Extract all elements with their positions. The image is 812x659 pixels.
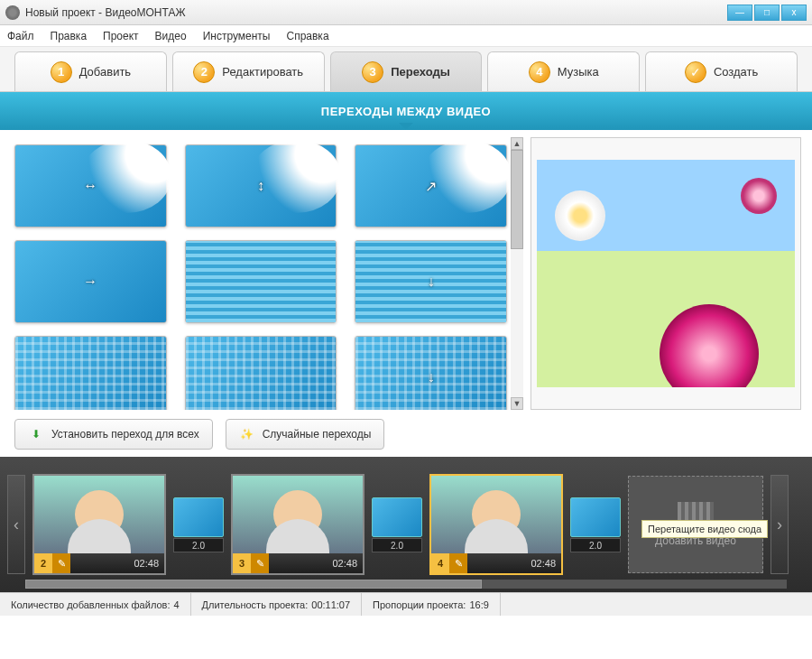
menubar: Файл Правка Проект Видео Инструменты Спр… bbox=[0, 25, 812, 47]
step-3-label: Переходы bbox=[391, 65, 450, 79]
clip-number: 4 bbox=[431, 553, 449, 573]
clip-duration: 02:48 bbox=[269, 558, 363, 569]
menu-help[interactable]: Справка bbox=[286, 30, 328, 42]
statusbar: Количество добавленных файлов: 4 Длитель… bbox=[0, 592, 812, 616]
timeline-prev-button[interactable]: ‹ bbox=[7, 475, 25, 574]
project-duration-label: Длительность проекта: bbox=[202, 599, 309, 610]
transition-item[interactable]: ↗ bbox=[355, 144, 507, 227]
flower-decor bbox=[555, 190, 605, 241]
arrow-icon: ↗ bbox=[425, 178, 437, 195]
wand-icon: ✨ bbox=[239, 426, 255, 442]
titlebar[interactable]: Новый проект - ВидеоМОНТАЖ — □ x bbox=[0, 0, 812, 25]
transition-item[interactable] bbox=[185, 240, 337, 323]
transition-thumb bbox=[173, 497, 224, 537]
clip-duration: 02:48 bbox=[70, 558, 164, 569]
transition-slot[interactable]: 2.0 bbox=[372, 497, 422, 552]
step-1-badge: 1 bbox=[51, 61, 72, 83]
transition-item[interactable]: ↔ bbox=[14, 144, 167, 227]
transition-thumb bbox=[570, 497, 621, 537]
step-5-label: Создать bbox=[714, 65, 758, 79]
timeline: ‹ 2 ✎ 02:48 2.0 3 ✎ 02:48 2.0 4 ✎ 02:48 bbox=[0, 457, 812, 592]
scroll-thumb[interactable] bbox=[511, 150, 523, 249]
menu-file[interactable]: Файл bbox=[7, 30, 34, 42]
clip-thumbnail bbox=[233, 476, 363, 553]
clip-duration: 02:48 bbox=[467, 558, 561, 569]
transition-duration: 2.0 bbox=[173, 538, 224, 552]
transition-item[interactable]: ↓ bbox=[355, 336, 507, 410]
aspect-value: 16:9 bbox=[469, 599, 488, 610]
clip-number: 3 bbox=[233, 553, 251, 573]
step-2-badge: 2 bbox=[193, 61, 215, 83]
tab-add[interactable]: 1 Добавить bbox=[14, 51, 167, 91]
maximize-button[interactable]: □ bbox=[754, 5, 780, 21]
tab-edit[interactable]: 2 Редактировать bbox=[172, 51, 325, 91]
transition-duration: 2.0 bbox=[570, 538, 621, 552]
random-label: Случайные переходы bbox=[263, 428, 372, 441]
step-4-badge: 4 bbox=[529, 61, 550, 83]
add-video-dropzone[interactable]: Добавить видео Перетащите видео сюда bbox=[628, 476, 763, 573]
tab-music[interactable]: 4 Музыка bbox=[487, 51, 640, 91]
timeline-clip[interactable]: 2 ✎ 02:48 bbox=[32, 474, 166, 575]
transition-item[interactable] bbox=[185, 336, 337, 410]
download-arrow-icon: ⬇ bbox=[28, 426, 44, 442]
preview-panel bbox=[531, 137, 801, 410]
arrow-down-icon: ↓ bbox=[428, 369, 435, 385]
clip-number: 2 bbox=[34, 553, 52, 573]
window-title: Новый проект - ВидеоМОНТАЖ bbox=[25, 6, 186, 19]
project-duration-value: 00:11:07 bbox=[311, 599, 350, 610]
timeline-scrollbar[interactable] bbox=[25, 580, 787, 589]
tab-create[interactable]: ✓ Создать bbox=[645, 51, 798, 91]
step-4-label: Музыка bbox=[558, 65, 599, 79]
transition-slot[interactable]: 2.0 bbox=[173, 497, 224, 552]
aspect-label: Пропорции проекта: bbox=[373, 599, 466, 610]
menu-edit[interactable]: Правка bbox=[51, 30, 88, 42]
arrow-icon: → bbox=[83, 274, 97, 290]
files-count-value: 4 bbox=[173, 599, 179, 610]
menu-video[interactable]: Видео bbox=[155, 30, 187, 42]
transition-slot[interactable]: 2.0 bbox=[570, 497, 621, 552]
transition-item[interactable]: → bbox=[14, 240, 167, 323]
transitions-grid: ↔ ↕ ↗ → ↓ ↓ bbox=[11, 137, 511, 410]
transition-item[interactable]: ↕ bbox=[185, 144, 337, 227]
transitions-scrollbar[interactable]: ▲ ▼ bbox=[511, 137, 523, 410]
scroll-up-button[interactable]: ▲ bbox=[511, 137, 523, 150]
edit-clip-button[interactable]: ✎ bbox=[52, 553, 70, 573]
scroll-down-button[interactable]: ▼ bbox=[511, 397, 523, 410]
timeline-clip[interactable]: 4 ✎ 02:48 bbox=[429, 474, 563, 575]
menu-project[interactable]: Проект bbox=[103, 30, 139, 42]
arrow-icon: ↔ bbox=[83, 178, 97, 194]
section-banner: ПЕРЕХОДЫ МЕЖДУ ВИДЕО bbox=[0, 92, 812, 130]
app-icon bbox=[5, 5, 20, 20]
clip-thumbnail bbox=[34, 476, 164, 553]
step-2-label: Редактировать bbox=[222, 65, 303, 79]
steps-bar: 1 Добавить 2 Редактировать 3 Переходы 4 … bbox=[0, 47, 812, 92]
arrow-icon: ↕ bbox=[257, 178, 264, 194]
transition-thumb bbox=[372, 497, 422, 537]
preview-image bbox=[537, 160, 795, 387]
edit-clip-button[interactable]: ✎ bbox=[449, 553, 467, 573]
files-count-label: Количество добавленных файлов: bbox=[11, 599, 170, 610]
flower-decor bbox=[660, 304, 759, 387]
timeline-clip[interactable]: 3 ✎ 02:48 bbox=[231, 474, 364, 575]
clip-thumbnail bbox=[431, 476, 561, 553]
step-3-badge: 3 bbox=[362, 61, 383, 83]
step-1-label: Добавить bbox=[79, 65, 131, 79]
minimize-button[interactable]: — bbox=[727, 5, 752, 21]
flower-decor bbox=[741, 178, 777, 214]
close-button[interactable]: x bbox=[781, 5, 807, 21]
transition-item[interactable] bbox=[14, 336, 167, 410]
apply-all-button[interactable]: ⬇ Установить переход для всех bbox=[14, 419, 213, 450]
edit-clip-button[interactable]: ✎ bbox=[251, 553, 269, 573]
timeline-next-button[interactable]: › bbox=[770, 475, 789, 574]
transition-item[interactable]: ↓ bbox=[355, 240, 507, 323]
transition-duration: 2.0 bbox=[372, 538, 422, 552]
menu-tools[interactable]: Инструменты bbox=[203, 30, 271, 42]
dropzone-tooltip: Перетащите видео сюда bbox=[641, 520, 768, 538]
random-transitions-button[interactable]: ✨ Случайные переходы bbox=[226, 419, 385, 450]
apply-all-label: Установить переход для всех bbox=[51, 428, 199, 441]
timeline-scroll-thumb[interactable] bbox=[25, 580, 482, 589]
check-icon: ✓ bbox=[685, 61, 706, 83]
tab-transitions[interactable]: 3 Переходы bbox=[330, 51, 483, 91]
arrow-down-icon: ↓ bbox=[428, 274, 435, 290]
